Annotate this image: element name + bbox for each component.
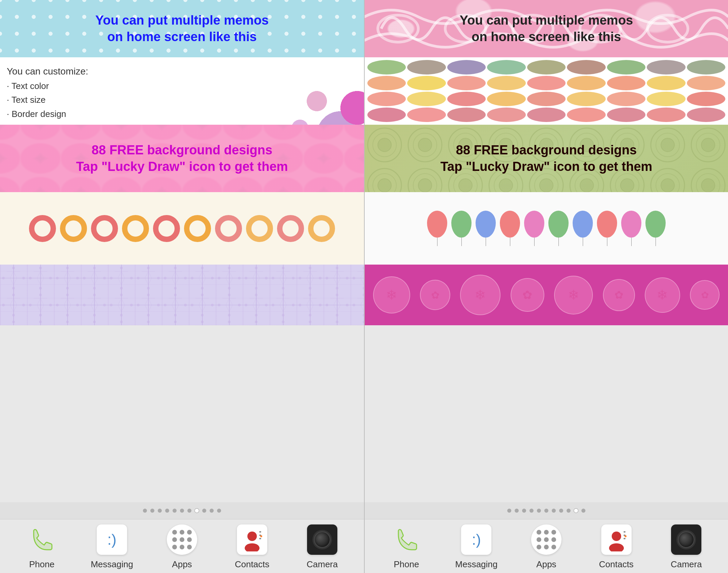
svg-point-28: [625, 535, 627, 537]
balloon-string-4: [510, 238, 510, 246]
contacts-icon-container-right: [600, 523, 633, 556]
watercolor-dot-10: [407, 76, 446, 90]
dot-11: [217, 509, 221, 513]
right-free-panel: 88 FREE background designs Tap "Lucky Dr…: [365, 125, 728, 192]
watercolor-dot-9: [367, 76, 406, 90]
left-free-panel: 88 FREE background designs Tap "Lucky Dr…: [0, 125, 364, 192]
left-nav-dots: [0, 502, 364, 519]
apps-icon-container-right: [529, 523, 563, 556]
right-balloons-panel: [365, 192, 728, 265]
nav-item-phone-right[interactable]: Phone: [376, 523, 437, 570]
rdot-1: [507, 509, 511, 513]
balloon-3: [476, 211, 496, 246]
left-memo-text: You can put multiple memos on home scree…: [95, 12, 269, 46]
rdot-7: [552, 509, 556, 513]
nav-item-contacts-left[interactable]: Contacts: [222, 523, 282, 570]
apps-label-left: Apps: [172, 559, 192, 570]
balloon-string-2: [461, 238, 462, 246]
balloon-6: [548, 211, 569, 246]
rdot-10-active: [574, 509, 578, 513]
donut-2: [60, 215, 87, 242]
svg-point-8: [247, 532, 257, 541]
watercolor-dot-27: [367, 108, 406, 122]
svg-rect-10: [259, 531, 261, 533]
snowflake-1: ❄: [386, 287, 397, 303]
camera-icon-left: [307, 524, 337, 555]
nav-item-apps-right[interactable]: Apps: [516, 523, 577, 570]
balloon-9: [621, 211, 641, 246]
dot-5: [173, 509, 177, 513]
donut-1: [29, 215, 56, 242]
contacts-icon-right: [601, 524, 632, 555]
dot-2: [150, 509, 154, 513]
balloon-string-7: [583, 238, 583, 246]
snowflake-3: ❄: [475, 287, 486, 303]
balloon-1: [427, 211, 447, 246]
nav-item-camera-right[interactable]: Camera: [656, 523, 717, 570]
watercolor-dot-5: [567, 60, 605, 74]
watercolor-dot-35: [687, 108, 725, 122]
watercolor-dot-32: [567, 108, 605, 122]
ornament-5: ❄: [554, 276, 593, 314]
nav-item-contacts-right[interactable]: Contacts: [586, 523, 647, 570]
svg-rect-7: [0, 265, 364, 325]
contacts-svg-left: [240, 528, 264, 551]
balloon-body-5: [524, 211, 544, 238]
svg-point-13: [260, 535, 262, 537]
balloon-string-8: [607, 238, 607, 246]
svg-rect-12: [259, 538, 261, 539]
customize-item-3: · Border design: [7, 107, 88, 121]
dot-8-active: [195, 509, 199, 513]
snowflake-2: ✿: [431, 289, 439, 301]
nav-item-messaging-right[interactable]: :) Messaging: [446, 523, 507, 570]
right-memo-header: .swirl { fill: none; stroke: rgba(255,25…: [365, 0, 728, 57]
messaging-label-right: Messaging: [455, 559, 498, 570]
left-customize-text: You can customize: · Text color · Text s…: [7, 64, 88, 121]
ornament-4: ✿: [511, 278, 544, 312]
contacts-icon-left: [237, 524, 267, 555]
camera-icon-container-right: [669, 523, 703, 556]
messaging-symbol-right: :): [472, 531, 481, 548]
contacts-label-right: Contacts: [599, 559, 634, 570]
dot-1: [143, 509, 147, 513]
watercolor-dot-33: [607, 108, 645, 122]
messaging-icon-container-right: :): [459, 523, 493, 556]
balloon-body-10: [645, 211, 666, 238]
dot-4: [165, 509, 169, 513]
ornament-7: ❄: [645, 277, 680, 313]
apps-icon-container-left: [165, 523, 199, 556]
watercolor-dot-12: [487, 76, 525, 90]
balloon-body-7: [573, 211, 593, 238]
balloon-string-3: [486, 238, 486, 246]
watercolor-dot-2: [447, 60, 486, 74]
ornament-6: ✿: [603, 279, 635, 311]
nav-item-messaging-left[interactable]: :) Messaging: [82, 523, 142, 570]
watercolor-dot-11: [447, 76, 486, 90]
snowflake-8: ✿: [701, 290, 709, 301]
balloon-2: [451, 211, 472, 246]
dot-7: [187, 509, 191, 513]
rdot-3: [522, 509, 526, 513]
balloon-string-1: [437, 238, 437, 246]
watercolor-dot-6: [607, 60, 645, 74]
watercolor-dot-4: [527, 60, 566, 74]
balloon-body-6: [548, 211, 569, 238]
left-free-text: 88 FREE background designs Tap "Lucky Dr…: [76, 142, 288, 175]
right-nav-bar: Phone :) Messaging: [365, 519, 728, 573]
donut-10: [308, 215, 335, 242]
svg-point-9: [245, 543, 260, 551]
donut-7: [215, 215, 242, 242]
camera-lens-right: [678, 531, 695, 548]
balloon-7: [573, 211, 593, 246]
watercolor-dot-20: [447, 92, 486, 106]
customize-item-1: · Text color: [7, 79, 88, 93]
balloon-5: [524, 211, 544, 246]
balloon-string-6: [558, 238, 559, 246]
donut-4: [122, 215, 149, 242]
apps-dots-left: [169, 526, 195, 553]
watercolor-dots-grid: [365, 57, 728, 125]
nav-item-camera-left[interactable]: Camera: [292, 523, 353, 570]
camera-label-right: Camera: [671, 559, 702, 570]
nav-item-phone-left[interactable]: Phone: [11, 523, 72, 570]
nav-item-apps-left[interactable]: Apps: [152, 523, 212, 570]
